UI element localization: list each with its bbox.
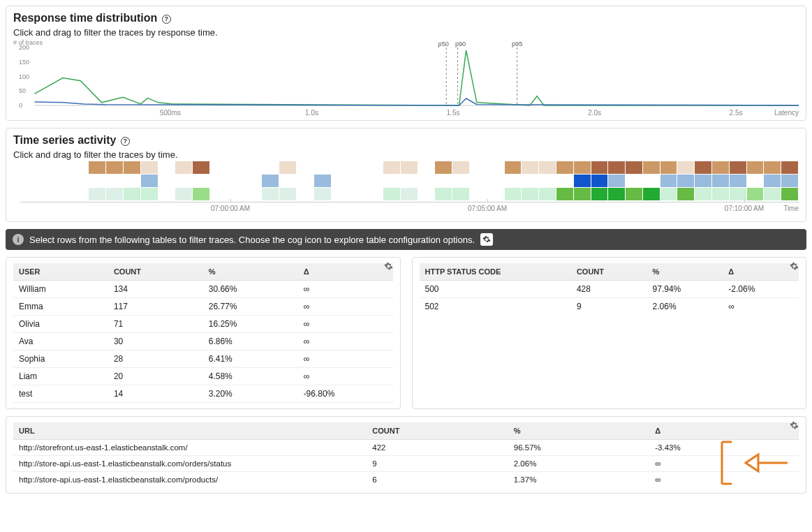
response-time-title: Response time distribution ?: [13, 12, 799, 24]
series-line: [34, 50, 799, 105]
table-cell: 502: [420, 298, 571, 316]
heatmap-cell: [141, 175, 158, 187]
percentile-label: p50: [438, 40, 449, 47]
heatmap-cell: [677, 188, 694, 200]
table-cell: 500: [420, 281, 571, 298]
heatmap-cell: [539, 175, 556, 187]
heatmap-row: [37, 175, 799, 187]
heatmap-cell: [124, 161, 140, 174]
table-row[interactable]: http://store-api.us-east-1.elasticbeanst…: [13, 472, 799, 488]
table-cell: ∞: [298, 333, 393, 350]
heatmap-cell: [470, 175, 487, 187]
heatmap-cell: [297, 161, 313, 174]
heatmap-cell: [401, 175, 418, 187]
table-row[interactable]: test143.20%-96.80%: [13, 385, 393, 403]
table-cell: http://store-api.us-east-1.elasticbeanst…: [13, 472, 367, 488]
table-cell: -3.43%: [649, 440, 799, 456]
heatmap-cell: [574, 175, 591, 187]
table-cell: -96.80%: [298, 385, 393, 403]
col-header[interactable]: %: [508, 422, 650, 440]
y-tick: 100: [19, 73, 29, 80]
table-row[interactable]: 50292.06%∞: [420, 298, 799, 316]
heatmap-cell: [332, 161, 348, 174]
col-header[interactable]: %: [203, 263, 298, 281]
heatmap-cell: [348, 188, 365, 200]
heatmap-cell: [660, 161, 677, 174]
heatmap-cell: [348, 161, 365, 174]
heatmap-cell: [505, 175, 522, 187]
heatmap-cell: [366, 188, 383, 200]
gear-icon[interactable]: [480, 233, 493, 246]
url-table[interactable]: URL COUNT % Δ http://storefront.us-east-…: [13, 422, 799, 487]
heatmap-cell: [626, 161, 642, 174]
table-row[interactable]: Liam204.58%∞: [13, 368, 393, 385]
heatmap-cell: [730, 175, 746, 187]
user-table[interactable]: USER COUNT % Δ William13430.66%∞Emma1172…: [13, 263, 393, 403]
heatmap-cell: [193, 175, 209, 187]
heatmap-cell: [608, 188, 625, 200]
help-icon[interactable]: ?: [121, 137, 130, 146]
time-series-chart[interactable]: 07:00:00 AM 07:05:00 AM 07:10:00 AM Time: [13, 161, 799, 217]
heatmap-cell: [245, 188, 262, 200]
heatmap-cell: [89, 161, 105, 174]
table-cell: 97.94%: [647, 281, 723, 298]
heatmap-row: [37, 188, 799, 200]
table-row[interactable]: 50042897.94%-2.06%: [420, 281, 799, 298]
heatmap-cell: [452, 188, 469, 200]
col-header[interactable]: Δ: [649, 422, 799, 440]
table-row[interactable]: Sophia286.41%∞: [13, 350, 393, 368]
heatmap-cell: [435, 161, 452, 174]
gear-icon[interactable]: [790, 262, 799, 273]
heatmap-cell: [677, 161, 694, 174]
heatmap-cell: [556, 188, 573, 200]
heatmap-cell: [712, 188, 729, 200]
col-header[interactable]: COUNT: [367, 422, 508, 440]
col-header[interactable]: URL: [13, 422, 367, 440]
heatmap-cell: [297, 188, 313, 200]
heatmap-cell: [401, 188, 418, 200]
col-header[interactable]: Δ: [298, 263, 393, 281]
col-header[interactable]: HTTP STATUS CODE: [420, 263, 571, 281]
table-row[interactable]: Mason143.20%--: [13, 403, 393, 404]
col-header[interactable]: COUNT: [108, 263, 203, 281]
x-tick: 07:05:00 AM: [468, 205, 507, 212]
response-time-chart[interactable]: # of traces 200150100500 p50 p90 p95 500…: [13, 39, 799, 116]
col-header[interactable]: COUNT: [571, 263, 647, 281]
table-row[interactable]: Olivia7116.25%∞: [13, 316, 393, 333]
table-cell: Mason: [13, 403, 108, 404]
heatmap-cell: [124, 175, 140, 187]
table-cell: 1.37%: [508, 472, 650, 488]
table-cell: Sophia: [13, 350, 108, 368]
table-row[interactable]: William13430.66%∞: [13, 281, 393, 298]
table-row[interactable]: Ava306.86%∞: [13, 333, 393, 350]
table-row[interactable]: Emma11726.77%∞: [13, 298, 393, 316]
col-header[interactable]: USER: [13, 263, 108, 281]
heatmap-cell: [158, 175, 175, 187]
heatmap-cell: [505, 188, 522, 200]
time-series-title: Time series activity ?: [13, 134, 799, 147]
status-table[interactable]: HTTP STATUS CODE COUNT % Δ 50042897.94%-…: [420, 263, 799, 315]
gear-icon[interactable]: [790, 421, 799, 432]
heatmap-cell: [262, 188, 279, 200]
table-row[interactable]: http://store-api.us-east-1.elasticbeanst…: [13, 456, 799, 472]
col-header[interactable]: %: [647, 263, 723, 281]
table-cell: 3.20%: [203, 385, 298, 403]
heatmap-cell: [452, 175, 469, 187]
table-cell: Ava: [13, 333, 108, 350]
table-row[interactable]: http://storefront.us-east-1.elasticbeans…: [13, 440, 799, 456]
table-cell: -2.06%: [723, 281, 799, 298]
gear-icon[interactable]: [384, 262, 393, 273]
heatmap-cell: [522, 161, 538, 174]
heatmap-cell: [366, 175, 383, 187]
heatmap-cell: [712, 161, 729, 174]
heatmap-cell: [435, 175, 452, 187]
table-cell: Olivia: [13, 316, 108, 333]
col-header[interactable]: Δ: [723, 263, 799, 281]
heatmap-cell: [608, 175, 625, 187]
table-cell: 96.57%: [508, 440, 650, 456]
url-table-panel: URL COUNT % Δ http://storefront.us-east-…: [6, 416, 806, 494]
heatmap-row: [37, 161, 799, 174]
help-icon[interactable]: ?: [162, 15, 171, 24]
table-cell: --: [298, 403, 393, 404]
heatmap-cell: [781, 175, 798, 187]
